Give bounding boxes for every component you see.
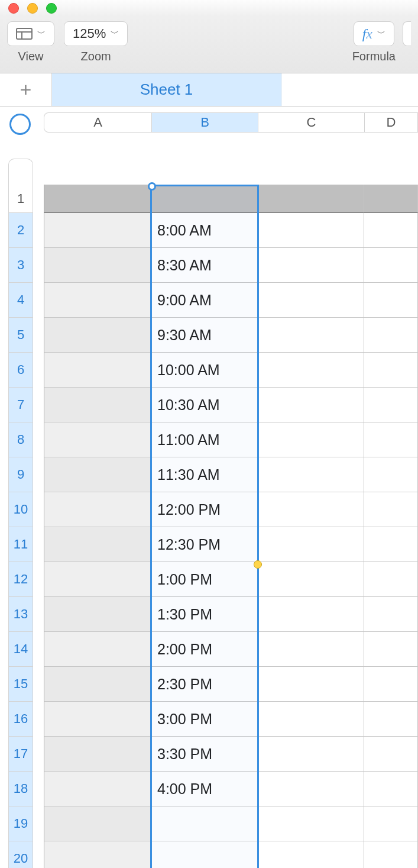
- cell-b12[interactable]: 1:00 PM: [151, 562, 258, 597]
- row-header-3[interactable]: 3: [8, 248, 33, 283]
- cell-d10[interactable]: [364, 492, 418, 527]
- cell-d12[interactable]: [364, 562, 418, 597]
- cell-c11[interactable]: [258, 527, 364, 562]
- cell-b6[interactable]: 10:00 AM: [151, 353, 258, 388]
- view-button[interactable]: ﹀: [7, 21, 54, 46]
- cell-b11[interactable]: 12:30 PM: [151, 527, 258, 562]
- row-header-tab[interactable]: [8, 159, 33, 185]
- cell-d20[interactable]: [364, 841, 418, 868]
- cell-d4[interactable]: [364, 283, 418, 318]
- cell-a17[interactable]: [44, 737, 151, 772]
- cell-b4[interactable]: 9:00 AM: [151, 283, 258, 318]
- row-header-13[interactable]: 13: [8, 597, 33, 632]
- cell-c8[interactable]: [258, 422, 364, 457]
- column-header-d[interactable]: D: [364, 112, 418, 133]
- cell-d8[interactable]: [364, 422, 418, 457]
- cell-c18[interactable]: [258, 772, 364, 806]
- toolbar-overflow-button[interactable]: [403, 21, 411, 46]
- cell-a6[interactable]: [44, 353, 151, 388]
- zoom-button[interactable]: 125% ﹀: [64, 21, 128, 46]
- cell-d6[interactable]: [364, 353, 418, 388]
- row-header-17[interactable]: 17: [8, 737, 33, 772]
- cell-a3[interactable]: [44, 248, 151, 283]
- cell-a12[interactable]: [44, 562, 151, 597]
- cell-b9[interactable]: 11:30 AM: [151, 457, 258, 492]
- cell-a10[interactable]: [44, 492, 151, 527]
- cell-d14[interactable]: [364, 632, 418, 667]
- row-header-20[interactable]: 20: [8, 841, 33, 868]
- row-header-15[interactable]: 15: [8, 667, 33, 702]
- column-header-c[interactable]: C: [258, 112, 364, 133]
- cell-d1[interactable]: [364, 185, 418, 213]
- row-header-14[interactable]: 14: [8, 632, 33, 667]
- formula-button[interactable]: fx ﹀: [354, 21, 394, 46]
- cell-b13[interactable]: 1:30 PM: [151, 597, 258, 632]
- cell-c5[interactable]: [258, 318, 364, 353]
- cell-c15[interactable]: [258, 667, 364, 702]
- cell-d16[interactable]: [364, 702, 418, 737]
- cell-d2[interactable]: [364, 213, 418, 248]
- close-window-icon[interactable]: [8, 3, 19, 14]
- cell-d7[interactable]: [364, 388, 418, 422]
- cell-b3[interactable]: 8:30 AM: [151, 248, 258, 283]
- cell-a2[interactable]: [44, 213, 151, 248]
- row-header-8[interactable]: 8: [8, 422, 33, 457]
- row-header-10[interactable]: 10: [8, 492, 33, 527]
- cell-b14[interactable]: 2:00 PM: [151, 632, 258, 667]
- minimize-window-icon[interactable]: [27, 3, 38, 14]
- cell-c17[interactable]: [258, 737, 364, 772]
- add-sheet-button[interactable]: +: [0, 73, 52, 106]
- cell-c3[interactable]: [258, 248, 364, 283]
- row-header-6[interactable]: 6: [8, 353, 33, 388]
- column-header-b[interactable]: B: [151, 112, 258, 133]
- cell-b15[interactable]: 2:30 PM: [151, 667, 258, 702]
- cell-a4[interactable]: [44, 283, 151, 318]
- row-header-7[interactable]: 7: [8, 388, 33, 422]
- cell-a20[interactable]: [44, 841, 151, 868]
- cell-b8[interactable]: 11:00 AM: [151, 422, 258, 457]
- row-header-16[interactable]: 16: [8, 702, 33, 737]
- cell-c10[interactable]: [258, 492, 364, 527]
- cell-b7[interactable]: 10:30 AM: [151, 388, 258, 422]
- cell-b19[interactable]: [151, 806, 258, 841]
- cell-c14[interactable]: [258, 632, 364, 667]
- cell-c12[interactable]: [258, 562, 364, 597]
- cell-a19[interactable]: [44, 806, 151, 841]
- row-header-12[interactable]: 12: [8, 562, 33, 597]
- cell-a11[interactable]: [44, 527, 151, 562]
- cell-c1[interactable]: [258, 185, 364, 213]
- cell-c13[interactable]: [258, 597, 364, 632]
- cell-a15[interactable]: [44, 667, 151, 702]
- cell-c9[interactable]: [258, 457, 364, 492]
- cell-a1[interactable]: [44, 185, 151, 213]
- cell-c6[interactable]: [258, 353, 364, 388]
- row-header-19[interactable]: 19: [8, 806, 33, 841]
- cell-b18[interactable]: 4:00 PM: [151, 772, 258, 806]
- cell-c4[interactable]: [258, 283, 364, 318]
- cell-a18[interactable]: [44, 772, 151, 806]
- cell-b20[interactable]: [151, 841, 258, 868]
- cell-d3[interactable]: [364, 248, 418, 283]
- cell-b2[interactable]: 8:00 AM: [151, 213, 258, 248]
- cell-d11[interactable]: [364, 527, 418, 562]
- cell-d15[interactable]: [364, 667, 418, 702]
- sheet-tab-1[interactable]: Sheet 1: [52, 73, 281, 106]
- cell-a14[interactable]: [44, 632, 151, 667]
- row-header-9[interactable]: 9: [8, 457, 33, 492]
- cell-b16[interactable]: 3:00 PM: [151, 702, 258, 737]
- row-header-11[interactable]: 11: [8, 527, 33, 562]
- cell-c7[interactable]: [258, 388, 364, 422]
- cell-d9[interactable]: [364, 457, 418, 492]
- cell-b1[interactable]: [151, 185, 258, 213]
- cell-c16[interactable]: [258, 702, 364, 737]
- row-header-4[interactable]: 4: [8, 283, 33, 318]
- row-header-1[interactable]: 1: [8, 185, 33, 213]
- cell-d19[interactable]: [364, 806, 418, 841]
- row-header-18[interactable]: 18: [8, 772, 33, 806]
- cell-d18[interactable]: [364, 772, 418, 806]
- zoom-window-icon[interactable]: [46, 3, 57, 14]
- cell-c2[interactable]: [258, 213, 364, 248]
- cell-d17[interactable]: [364, 737, 418, 772]
- column-header-a[interactable]: A: [44, 112, 151, 133]
- cell-c19[interactable]: [258, 806, 364, 841]
